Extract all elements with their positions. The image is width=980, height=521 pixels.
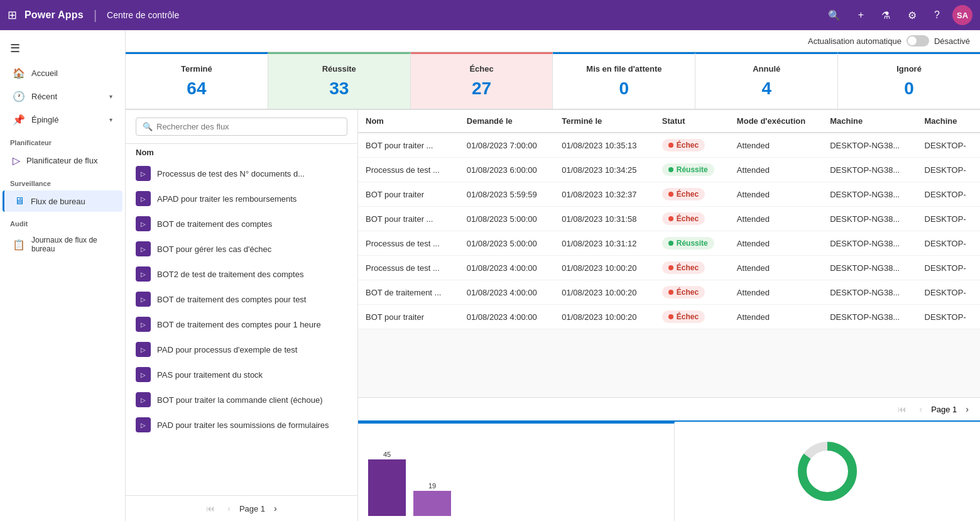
bar-2: 19 (413, 482, 451, 516)
middle-section: 🔍 Nom ▷ Processus de test des N° documen… (126, 110, 980, 521)
cell-mode: Attended (729, 182, 822, 207)
stat-label: Échec (423, 64, 540, 74)
list-item[interactable]: ▷ PAS pour traitement du stock (126, 362, 357, 387)
auto-refresh-toggle[interactable] (906, 35, 929, 47)
cell-status: Réussite (655, 158, 729, 182)
page-label: Page 1 (239, 504, 265, 513)
stat-value: 4 (708, 79, 825, 99)
cell-machine1: DESKTOP-NG38... (822, 133, 917, 158)
stat-value: 27 (423, 79, 540, 99)
first-page-btn[interactable]: ⏮ (894, 403, 910, 415)
status-dot (668, 290, 673, 295)
sidebar-item-recent[interactable]: 🕐 Récent ▾ (3, 85, 122, 107)
avatar[interactable]: SA (952, 5, 972, 25)
flow-icon: ▷ (136, 342, 151, 357)
flow-icon: ▷ (136, 317, 151, 332)
cell-machine1: DESKTOP-NG38... (822, 207, 917, 231)
cell-mode: Attended (729, 280, 822, 305)
cell-status: Réussite (655, 231, 729, 256)
flow-icon: ▷ (136, 191, 151, 206)
log-icon: 📋 (13, 239, 25, 251)
flow-icon: ▷ (136, 166, 151, 181)
cell-machine1: DESKTOP-NG38... (822, 280, 917, 305)
status-badge: Réussite (662, 237, 714, 250)
first-page-btn[interactable]: ⏮ (202, 502, 219, 515)
search-input[interactable] (156, 122, 340, 131)
search-icon[interactable]: 🔍 (823, 7, 846, 24)
table-row[interactable]: BOT pour traiter 01/08/2023 4:00:00 01/0… (358, 305, 980, 329)
table-row[interactable]: BOT pour traiter 01/08/2023 5:59:59 01/0… (358, 182, 980, 207)
cell-mode: Attended (729, 256, 822, 280)
main-layout: ☰ 🏠 Accueil 🕐 Récent ▾ 📌 Épinglé ▾ Plani… (0, 30, 980, 521)
stat-label: Terminé (138, 64, 255, 74)
cell-name: BOT pour traiter ... (358, 207, 459, 231)
status-badge: Échec (662, 261, 705, 274)
table-column-header: Machine (917, 110, 980, 133)
cell-machine2: DESKTOP- (917, 182, 980, 207)
cell-finished: 01/08/2023 10:31:58 (554, 207, 655, 231)
table-row[interactable]: BOT de traitement ... 01/08/2023 4:00:00… (358, 280, 980, 305)
flow-item-label: Processus de test des N° documents d... (157, 169, 305, 178)
table-row[interactable]: Processus de test ... 01/08/2023 5:00:00… (358, 231, 980, 256)
pin-icon: 📌 (13, 114, 25, 126)
list-item[interactable]: ▷ BOT pour traiter la commande client (é… (126, 387, 357, 412)
filter-icon[interactable]: ⚗ (876, 7, 895, 24)
sidebar-item-journaux[interactable]: 📋 Journaux de flux de bureau (3, 231, 122, 258)
cell-finished: 01/08/2023 10:00:20 (554, 280, 655, 305)
sidebar-item-flux-bureau[interactable]: 🖥 Flux de bureau (3, 190, 122, 212)
status-badge: Réussite (662, 163, 714, 176)
cell-mode: Attended (729, 305, 822, 329)
cell-name: Processus de test ... (358, 231, 459, 256)
settings-icon[interactable]: ⚙ (903, 7, 922, 24)
cell-mode: Attended (729, 133, 822, 158)
status-dot (668, 241, 673, 246)
hamburger-icon[interactable]: ☰ (0, 35, 125, 62)
flow-icon: ▷ (13, 155, 20, 167)
cell-status: Échec (655, 182, 729, 207)
sidebar-item-accueil[interactable]: 🏠 Accueil (3, 62, 122, 84)
table-column-header: Statut (655, 110, 729, 133)
next-page-btn[interactable]: › (270, 502, 281, 515)
prev-page-btn[interactable]: ‹ (915, 403, 926, 415)
stat-card-termine: Terminé 64 (126, 52, 268, 109)
list-item[interactable]: ▷ BOT de traitement des comptes pour tes… (126, 287, 357, 312)
cell-machine1: DESKTOP-NG38... (822, 256, 917, 280)
list-item[interactable]: ▷ APAD pour traiter les remboursements (126, 186, 357, 211)
cell-mode: Attended (729, 207, 822, 231)
table-row[interactable]: Processus de test ... 01/08/2023 4:00:00… (358, 256, 980, 280)
grid-icon[interactable]: ⊞ (8, 8, 17, 22)
status-dot (668, 216, 673, 221)
status-badge: Échec (662, 212, 705, 225)
flow-item-label: PAD pour processus d'exemple de test (157, 345, 297, 354)
prev-page-btn[interactable]: ‹ (224, 502, 234, 515)
bar-chart: 45 19 (358, 422, 675, 521)
sidebar-item-planificateur[interactable]: ▷ Planificateur de flux (3, 150, 122, 172)
list-item[interactable]: ▷ BOT de traitement des comptes (126, 211, 357, 236)
list-item[interactable]: ▷ BOT de traitement des comptes pour 1 h… (126, 312, 357, 337)
list-item[interactable]: ▷ PAD pour processus d'exemple de test (126, 337, 357, 362)
table-column-header: Mode d'exécution (729, 110, 822, 133)
flow-icon: ▷ (136, 241, 151, 256)
table-pagination: ⏮ ‹ Page 1 › (358, 397, 980, 420)
status-badge: Échec (662, 286, 705, 299)
flow-icon: ▷ (136, 216, 151, 231)
list-item[interactable]: ▷ BOT pour gérer les cas d'échec (126, 236, 357, 261)
sidebar-item-epingle[interactable]: 📌 Épinglé ▾ (3, 109, 122, 131)
add-icon[interactable]: + (853, 7, 869, 23)
table-row[interactable]: BOT pour traiter ... 01/08/2023 7:00:00 … (358, 133, 980, 158)
help-icon[interactable]: ? (929, 7, 945, 23)
cell-status: Échec (655, 256, 729, 280)
list-item[interactable]: ▷ Processus de test des N° documents d..… (126, 161, 357, 186)
table-row[interactable]: Processus de test ... 01/08/2023 6:00:00… (358, 158, 980, 182)
table-column-header: Demandé le (459, 110, 554, 133)
cell-mode: Attended (729, 158, 822, 182)
list-item[interactable]: ▷ PAD pour traiter les soumissions de fo… (126, 412, 357, 437)
cell-machine2: DESKTOP- (917, 280, 980, 305)
next-page-btn[interactable]: › (962, 403, 972, 415)
cell-machine1: DESKTOP-NG38... (822, 231, 917, 256)
cell-name: BOT pour traiter ... (358, 133, 459, 158)
table-row[interactable]: BOT pour traiter ... 01/08/2023 5:00:00 … (358, 207, 980, 231)
list-item[interactable]: ▷ BOT2 de test de traitement des comptes (126, 261, 357, 287)
flow-item-label: APAD pour traiter les remboursements (157, 194, 297, 204)
home-icon: 🏠 (13, 67, 25, 79)
